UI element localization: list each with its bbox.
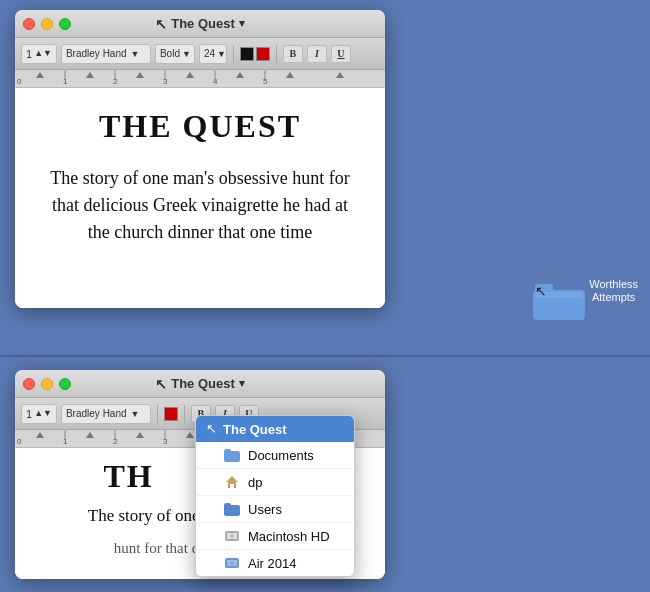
document-body-top[interactable]: THE QUEST The story of one man's obsessi… xyxy=(15,88,385,308)
folder-with-cursor[interactable]: ↖ xyxy=(533,278,585,326)
folder-icon-documents xyxy=(224,447,240,463)
ruler-svg-top: 0 1 2 3 4 5 xyxy=(15,70,385,88)
document-text-top: The story of one man's obsessive hunt fo… xyxy=(45,165,355,246)
top-word-processor-window: ↖ The Quest ▾ 1 ▲▼ Bradley Hand ▼ Bold ▼… xyxy=(15,10,385,308)
dropdown-item-air2014[interactable]: Air 2014 xyxy=(196,550,354,576)
dropdown-header[interactable]: ↖ The Quest xyxy=(196,416,354,442)
font-name-field[interactable]: Bradley Hand ▼ xyxy=(61,44,151,64)
separator-1 xyxy=(233,45,234,63)
title-bar-top: ↖ The Quest ▾ xyxy=(15,10,385,38)
minimize-button-bottom[interactable] xyxy=(41,378,53,390)
font-size-stepper[interactable]: 1 ▲▼ xyxy=(21,44,57,64)
separator-2 xyxy=(276,45,277,63)
cursor-arrow-icon: ↖ xyxy=(206,421,217,437)
ruler-top: 0 1 2 3 4 5 xyxy=(15,70,385,88)
drive-icon-macintosh xyxy=(224,528,240,544)
drive-icon-air xyxy=(224,555,240,571)
dropdown-item-users[interactable]: Users xyxy=(196,496,354,523)
svg-text:2: 2 xyxy=(113,77,118,86)
dropdown-item-macintosh-hd[interactable]: Macintosh HD xyxy=(196,523,354,550)
toolbar-top: 1 ▲▼ Bradley Hand ▼ Bold ▼ 24 ▼ B I U xyxy=(15,38,385,70)
window-title: The Quest xyxy=(171,16,235,31)
traffic-lights-bottom xyxy=(23,378,71,390)
dropdown-header-label: The Quest xyxy=(223,422,287,437)
svg-text:2: 2 xyxy=(113,437,118,446)
dropdown-menu[interactable]: ↖ The Quest Documents dp Users xyxy=(195,415,355,577)
stepper-arrows-bottom[interactable]: ▲▼ xyxy=(34,409,52,418)
svg-text:0: 0 xyxy=(17,77,22,86)
font-size-stepper-bottom[interactable]: 1 ▲▼ xyxy=(21,404,57,424)
dropdown-item-air-label: Air 2014 xyxy=(248,556,296,571)
dropdown-item-dp-label: dp xyxy=(248,475,262,490)
color-picker[interactable] xyxy=(240,47,270,61)
window-title-bottom: The Quest xyxy=(171,376,235,391)
svg-point-51 xyxy=(230,561,234,565)
stepper-arrows[interactable]: ▲▼ xyxy=(34,49,52,58)
document-title-top: THE QUEST xyxy=(45,108,355,145)
text-color-red[interactable] xyxy=(256,47,270,61)
svg-text:5: 5 xyxy=(263,77,268,86)
svg-point-48 xyxy=(230,534,234,538)
font-size-value-bottom: 1 xyxy=(26,408,32,420)
color-picker-bottom[interactable] xyxy=(164,407,178,421)
italic-button[interactable]: I xyxy=(307,45,327,63)
dropdown-arrow-icon-bottom[interactable]: ▾ xyxy=(239,377,245,390)
svg-text:3: 3 xyxy=(163,77,168,86)
folder-icon-container[interactable]: ↖ Worthless Attempts xyxy=(533,278,638,326)
text-color-red-bottom[interactable] xyxy=(164,407,178,421)
svg-text:4: 4 xyxy=(213,77,218,86)
folder-icon[interactable]: ↖ xyxy=(533,278,585,322)
svg-text:0: 0 xyxy=(17,437,22,446)
svg-rect-0 xyxy=(15,70,385,88)
underline-button[interactable]: U xyxy=(331,45,351,63)
dropdown-arrow-icon[interactable]: ▾ xyxy=(239,17,245,30)
svg-rect-42 xyxy=(224,449,231,454)
bottom-section: ↖ The Quest ▾ 1 ▲▼ Bradley Hand ▼ B xyxy=(0,360,650,592)
svg-text:↖: ↖ xyxy=(535,284,547,299)
dropdown-item-documents-label: Documents xyxy=(248,448,314,463)
bold-button[interactable]: B xyxy=(283,45,303,63)
font-size-value: 1 xyxy=(26,48,32,60)
dropdown-item-macintosh-label: Macintosh HD xyxy=(248,529,330,544)
sep-b2 xyxy=(184,405,185,423)
section-divider xyxy=(0,355,650,357)
close-button[interactable] xyxy=(23,18,35,30)
cursor-icon-bottom: ↖ xyxy=(155,376,167,392)
svg-text:1: 1 xyxy=(63,437,68,446)
dropdown-item-dp[interactable]: dp xyxy=(196,469,354,496)
svg-text:3: 3 xyxy=(163,437,168,446)
sep-b1 xyxy=(157,405,158,423)
title-bar-bottom: ↖ The Quest ▾ xyxy=(15,370,385,398)
fullscreen-button-bottom[interactable] xyxy=(59,378,71,390)
cursor-icon: ↖ xyxy=(155,16,167,32)
folder-icon-users xyxy=(224,501,240,517)
svg-rect-45 xyxy=(224,503,231,508)
window-title-area-bottom[interactable]: ↖ The Quest ▾ xyxy=(155,376,245,392)
font-name-field-bottom[interactable]: Bradley Hand ▼ xyxy=(61,404,151,424)
close-button-bottom[interactable] xyxy=(23,378,35,390)
window-title-area[interactable]: ↖ The Quest ▾ xyxy=(155,16,245,32)
dropdown-item-users-label: Users xyxy=(248,502,282,517)
svg-marker-43 xyxy=(226,476,238,488)
folder-label: Worthless Attempts xyxy=(589,278,638,304)
dropdown-item-documents[interactable]: Documents xyxy=(196,442,354,469)
svg-text:1: 1 xyxy=(63,77,68,86)
home-icon-dp xyxy=(224,474,240,490)
font-style-field[interactable]: Bold ▼ xyxy=(155,44,195,64)
fullscreen-button[interactable] xyxy=(59,18,71,30)
traffic-lights-top xyxy=(23,18,71,30)
font-size-field[interactable]: 24 ▼ xyxy=(199,44,227,64)
minimize-button[interactable] xyxy=(41,18,53,30)
text-color-black[interactable] xyxy=(240,47,254,61)
